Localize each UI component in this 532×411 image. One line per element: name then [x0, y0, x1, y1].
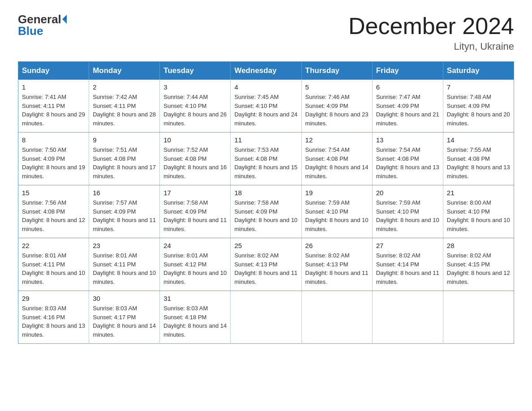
day-info: Sunrise: 8:02 AMSunset: 4:14 PMDaylight:…	[376, 251, 439, 286]
logo-general-text: General	[18, 13, 61, 25]
day-info: Sunrise: 8:02 AMSunset: 4:13 PMDaylight:…	[305, 251, 369, 286]
day-number: 22	[22, 242, 85, 249]
day-number: 7	[447, 83, 510, 91]
location-label: Lityn, Ukraine	[348, 41, 514, 52]
col-header-sunday: Sunday	[18, 62, 89, 80]
table-row: 26Sunrise: 8:02 AMSunset: 4:13 PMDayligh…	[301, 238, 372, 291]
table-row: 24Sunrise: 8:01 AMSunset: 4:12 PMDayligh…	[160, 238, 231, 291]
table-row	[443, 291, 514, 344]
day-info: Sunrise: 7:59 AMSunset: 4:10 PMDaylight:…	[305, 198, 369, 233]
table-row: 12Sunrise: 7:54 AMSunset: 4:08 PMDayligh…	[301, 133, 372, 185]
day-info: Sunrise: 7:57 AMSunset: 4:09 PMDaylight:…	[93, 198, 156, 233]
day-info: Sunrise: 8:01 AMSunset: 4:12 PMDaylight:…	[163, 251, 227, 286]
day-number: 15	[22, 189, 85, 197]
day-number: 30	[93, 295, 156, 302]
table-row: 13Sunrise: 7:54 AMSunset: 4:08 PMDayligh…	[372, 133, 443, 185]
day-info: Sunrise: 7:50 AMSunset: 4:09 PMDaylight:…	[22, 146, 85, 180]
day-number: 1	[22, 83, 85, 91]
col-header-thursday: Thursday	[301, 62, 372, 80]
day-number: 5	[305, 83, 369, 91]
col-header-monday: Monday	[89, 62, 160, 80]
day-info: Sunrise: 7:58 AMSunset: 4:09 PMDaylight:…	[163, 198, 227, 233]
day-number: 26	[305, 242, 369, 249]
table-row	[301, 291, 372, 344]
table-row: 15Sunrise: 7:56 AMSunset: 4:08 PMDayligh…	[18, 185, 89, 238]
day-info: Sunrise: 8:01 AMSunset: 4:11 PMDaylight:…	[22, 251, 85, 286]
table-row: 16Sunrise: 7:57 AMSunset: 4:09 PMDayligh…	[89, 185, 160, 238]
calendar-header-row: Sunday Monday Tuesday Wednesday Thursday…	[18, 62, 514, 80]
day-info: Sunrise: 7:44 AMSunset: 4:10 PMDaylight:…	[163, 93, 227, 128]
table-row: 18Sunrise: 7:58 AMSunset: 4:09 PMDayligh…	[231, 185, 301, 238]
calendar-week-row: 22Sunrise: 8:01 AMSunset: 4:11 PMDayligh…	[18, 238, 514, 291]
day-number: 20	[376, 189, 439, 197]
day-info: Sunrise: 7:41 AMSunset: 4:11 PMDaylight:…	[22, 93, 85, 128]
table-row: 11Sunrise: 7:53 AMSunset: 4:08 PMDayligh…	[231, 133, 301, 185]
table-row: 20Sunrise: 7:59 AMSunset: 4:10 PMDayligh…	[372, 185, 443, 238]
day-info: Sunrise: 7:47 AMSunset: 4:09 PMDaylight:…	[376, 93, 439, 128]
calendar-week-row: 15Sunrise: 7:56 AMSunset: 4:08 PMDayligh…	[18, 185, 514, 238]
month-title: December 2024	[348, 13, 514, 39]
day-number: 27	[376, 242, 439, 249]
day-number: 24	[163, 242, 227, 249]
day-number: 9	[93, 136, 156, 144]
table-row: 4Sunrise: 7:45 AMSunset: 4:10 PMDaylight…	[231, 80, 301, 133]
day-number: 25	[234, 242, 297, 249]
day-info: Sunrise: 7:51 AMSunset: 4:08 PMDaylight:…	[93, 146, 156, 180]
day-info: Sunrise: 7:53 AMSunset: 4:08 PMDaylight:…	[234, 146, 297, 180]
table-row	[372, 291, 443, 344]
day-info: Sunrise: 7:42 AMSunset: 4:11 PMDaylight:…	[93, 93, 156, 128]
title-block: December 2024 Lityn, Ukraine	[348, 13, 514, 52]
table-row: 2Sunrise: 7:42 AMSunset: 4:11 PMDaylight…	[89, 80, 160, 133]
table-row: 30Sunrise: 8:03 AMSunset: 4:17 PMDayligh…	[89, 291, 160, 344]
day-info: Sunrise: 7:52 AMSunset: 4:08 PMDaylight:…	[163, 146, 227, 180]
table-row: 3Sunrise: 7:44 AMSunset: 4:10 PMDaylight…	[160, 80, 231, 133]
day-number: 12	[305, 136, 369, 144]
table-row: 27Sunrise: 8:02 AMSunset: 4:14 PMDayligh…	[372, 238, 443, 291]
day-info: Sunrise: 7:48 AMSunset: 4:09 PMDaylight:…	[447, 93, 510, 128]
day-number: 4	[234, 83, 297, 91]
day-number: 31	[163, 295, 227, 302]
day-info: Sunrise: 7:46 AMSunset: 4:09 PMDaylight:…	[305, 93, 369, 128]
day-info: Sunrise: 7:55 AMSunset: 4:08 PMDaylight:…	[447, 146, 510, 180]
calendar-week-row: 1Sunrise: 7:41 AMSunset: 4:11 PMDaylight…	[18, 80, 514, 133]
day-number: 11	[234, 136, 297, 144]
table-row: 25Sunrise: 8:02 AMSunset: 4:13 PMDayligh…	[231, 238, 301, 291]
col-header-tuesday: Tuesday	[160, 62, 231, 80]
day-number: 8	[22, 136, 85, 144]
day-info: Sunrise: 7:56 AMSunset: 4:08 PMDaylight:…	[22, 198, 85, 233]
day-info: Sunrise: 8:02 AMSunset: 4:15 PMDaylight:…	[447, 251, 510, 286]
col-header-friday: Friday	[372, 62, 443, 80]
day-number: 18	[234, 189, 297, 197]
table-row: 10Sunrise: 7:52 AMSunset: 4:08 PMDayligh…	[160, 133, 231, 185]
day-number: 16	[93, 189, 156, 197]
day-info: Sunrise: 8:03 AMSunset: 4:16 PMDaylight:…	[22, 304, 85, 339]
day-info: Sunrise: 7:59 AMSunset: 4:10 PMDaylight:…	[376, 198, 439, 233]
day-info: Sunrise: 7:54 AMSunset: 4:08 PMDaylight:…	[305, 146, 369, 180]
table-row: 19Sunrise: 7:59 AMSunset: 4:10 PMDayligh…	[301, 185, 372, 238]
table-row: 8Sunrise: 7:50 AMSunset: 4:09 PMDaylight…	[18, 133, 89, 185]
table-row: 28Sunrise: 8:02 AMSunset: 4:15 PMDayligh…	[443, 238, 514, 291]
day-number: 13	[376, 136, 439, 144]
table-row: 1Sunrise: 7:41 AMSunset: 4:11 PMDaylight…	[18, 80, 89, 133]
logo: General Blue	[18, 13, 67, 37]
day-number: 29	[22, 295, 85, 302]
day-number: 28	[447, 242, 510, 249]
table-row: 14Sunrise: 7:55 AMSunset: 4:08 PMDayligh…	[443, 133, 514, 185]
table-row: 9Sunrise: 7:51 AMSunset: 4:08 PMDaylight…	[89, 133, 160, 185]
table-row: 6Sunrise: 7:47 AMSunset: 4:09 PMDaylight…	[372, 80, 443, 133]
day-number: 21	[447, 189, 510, 197]
logo-blue-text: Blue	[18, 25, 67, 37]
table-row: 5Sunrise: 7:46 AMSunset: 4:09 PMDaylight…	[301, 80, 372, 133]
calendar-week-row: 8Sunrise: 7:50 AMSunset: 4:09 PMDaylight…	[18, 133, 514, 185]
day-info: Sunrise: 8:00 AMSunset: 4:10 PMDaylight:…	[447, 198, 510, 233]
logo-arrow-icon	[62, 15, 67, 24]
calendar-week-row: 29Sunrise: 8:03 AMSunset: 4:16 PMDayligh…	[18, 291, 514, 344]
day-info: Sunrise: 8:02 AMSunset: 4:13 PMDaylight:…	[234, 251, 297, 286]
day-info: Sunrise: 8:01 AMSunset: 4:11 PMDaylight:…	[93, 251, 156, 286]
page-header: General Blue December 2024 Lityn, Ukrain…	[18, 13, 514, 52]
table-row: 17Sunrise: 7:58 AMSunset: 4:09 PMDayligh…	[160, 185, 231, 238]
day-number: 14	[447, 136, 510, 144]
day-number: 19	[305, 189, 369, 197]
day-number: 17	[163, 189, 227, 197]
table-row: 7Sunrise: 7:48 AMSunset: 4:09 PMDaylight…	[443, 80, 514, 133]
